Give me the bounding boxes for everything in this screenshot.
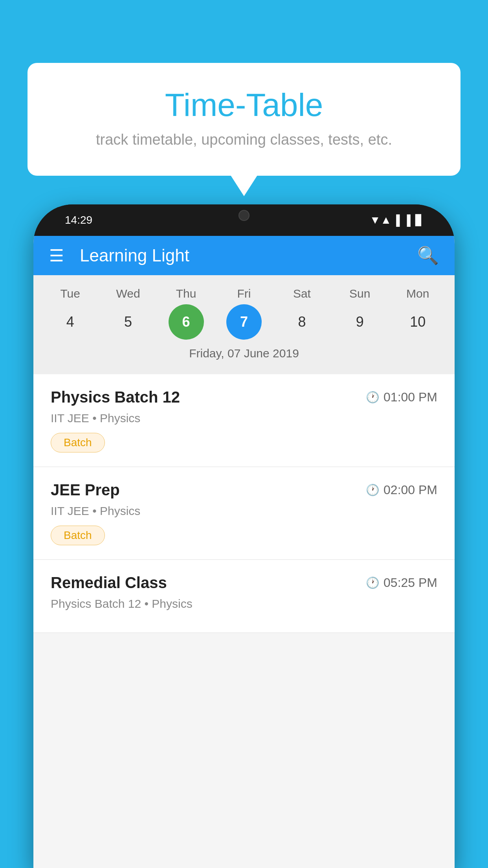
hamburger-menu-icon[interactable]: ☰ — [49, 246, 64, 265]
day-header-wed: Wed — [105, 287, 152, 300]
status-icons: ▼▲ ▌▐ ▊ — [370, 214, 423, 226]
app-toolbar: ☰ Learning Light 🔍 — [33, 236, 455, 275]
battery-icon: ▊ — [415, 214, 423, 226]
day-headers: TueWedThuFriSatSunMon — [33, 283, 455, 300]
class-info-0: IIT JEE • Physics — [51, 412, 437, 425]
selected-date-label: Friday, 07 June 2019 — [33, 344, 455, 366]
day-number-7[interactable]: 7 — [226, 304, 262, 340]
tooltip-subtitle: track timetable, upcoming classes, tests… — [59, 131, 429, 148]
class-card-header-1: JEE Prep🕐 02:00 PM — [51, 481, 437, 499]
phone-screen: ☰ Learning Light 🔍 TueWedThuFriSatSunMon… — [33, 236, 455, 868]
batch-badge-1: Batch — [51, 526, 105, 545]
tooltip-title: Time-Table — [59, 86, 429, 123]
day-numbers: 45678910 — [33, 300, 455, 344]
class-card-1[interactable]: JEE Prep🕐 02:00 PMIIT JEE • PhysicsBatch — [33, 467, 455, 560]
class-name-2: Remedial Class — [51, 574, 167, 592]
status-time: 14:29 — [65, 214, 92, 226]
day-number-6[interactable]: 6 — [169, 304, 204, 340]
tooltip-card: Time-Table track timetable, upcoming cla… — [28, 63, 460, 176]
class-card-header-2: Remedial Class🕐 05:25 PM — [51, 574, 437, 592]
day-number-4[interactable]: 4 — [53, 304, 88, 340]
day-header-tue: Tue — [47, 287, 94, 300]
day-number-8[interactable]: 8 — [284, 304, 319, 340]
day-header-mon: Mon — [394, 287, 441, 300]
class-list: Physics Batch 12🕐 01:00 PMIIT JEE • Phys… — [33, 374, 455, 633]
day-header-sat: Sat — [278, 287, 325, 300]
batch-badge-0: Batch — [51, 433, 105, 452]
wifi-icon: ▼▲ — [370, 214, 391, 226]
clock-icon: 🕐 — [366, 576, 380, 589]
class-info-2: Physics Batch 12 • Physics — [51, 597, 437, 611]
day-number-9[interactable]: 9 — [342, 304, 378, 340]
clock-icon: 🕐 — [366, 391, 380, 404]
search-icon[interactable]: 🔍 — [417, 245, 439, 266]
class-time-2: 🕐 05:25 PM — [366, 576, 437, 590]
class-time-1: 🕐 02:00 PM — [366, 483, 437, 497]
class-name-0: Physics Batch 12 — [51, 388, 180, 406]
phone-notch — [209, 204, 279, 224]
class-card-0[interactable]: Physics Batch 12🕐 01:00 PMIIT JEE • Phys… — [33, 374, 455, 467]
class-info-1: IIT JEE • Physics — [51, 504, 437, 518]
class-card-header-0: Physics Batch 12🕐 01:00 PM — [51, 388, 437, 406]
phone-camera — [238, 210, 250, 221]
day-header-sun: Sun — [336, 287, 383, 300]
app-title: Learning Light — [80, 246, 417, 265]
day-header-thu: Thu — [163, 287, 210, 300]
class-card-2[interactable]: Remedial Class🕐 05:25 PMPhysics Batch 12… — [33, 560, 455, 633]
phone-frame: 14:29 ▼▲ ▌▐ ▊ ☰ Learning Light 🔍 TueWedT… — [33, 204, 455, 868]
class-name-1: JEE Prep — [51, 481, 120, 499]
day-number-5[interactable]: 5 — [110, 304, 146, 340]
clock-icon: 🕐 — [366, 484, 380, 497]
signal-icon: ▌▐ — [396, 214, 411, 226]
class-time-0: 🕐 01:00 PM — [366, 390, 437, 405]
calendar-strip: TueWedThuFriSatSunMon 45678910 Friday, 0… — [33, 275, 455, 374]
status-bar: 14:29 ▼▲ ▌▐ ▊ — [33, 204, 455, 236]
day-number-10[interactable]: 10 — [400, 304, 435, 340]
day-header-fri: Fri — [220, 287, 268, 300]
